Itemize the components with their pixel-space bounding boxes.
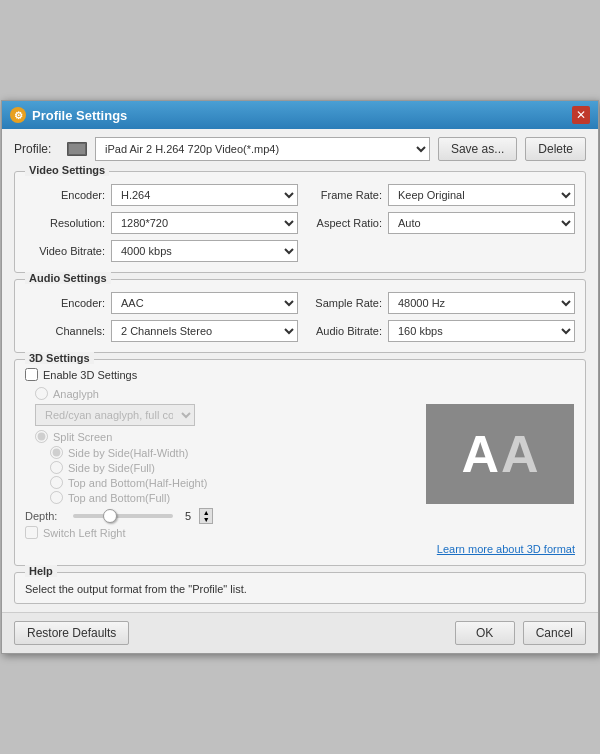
- video-settings-section: Video Settings Encoder: H.264 Resolution…: [14, 171, 586, 273]
- profile-label: Profile:: [14, 142, 59, 156]
- top-bottom-half-row: Top and Bottom(Half-Height): [50, 476, 417, 489]
- anaglyph-label: Anaglyph: [53, 388, 99, 400]
- svg-rect-1: [69, 144, 85, 154]
- depth-spinner[interactable]: ▲ ▼: [199, 508, 213, 524]
- top-bottom-full-label: Top and Bottom(Full): [68, 492, 170, 504]
- title-bar: ⚙ Profile Settings ✕: [2, 101, 598, 129]
- audio-encoder-select[interactable]: AAC: [111, 292, 298, 314]
- help-section: Help Select the output format from the "…: [14, 572, 586, 604]
- enable-3d-checkbox[interactable]: [25, 368, 38, 381]
- learn-more-row: Learn more about 3D format: [25, 543, 575, 555]
- video-settings-grid: Encoder: H.264 Resolution: 1280*720 Vide…: [25, 184, 575, 262]
- frame-rate-select[interactable]: Keep Original: [388, 184, 575, 206]
- frame-rate-label: Frame Rate:: [302, 189, 382, 201]
- audio-right: Sample Rate: 48000 Hz Audio Bitrate: 160…: [302, 292, 575, 342]
- switch-left-right-label: Switch Left Right: [43, 527, 126, 539]
- video-left: Encoder: H.264 Resolution: 1280*720 Vide…: [25, 184, 298, 262]
- depth-value: 5: [185, 510, 191, 522]
- top-bottom-half-radio[interactable]: [50, 476, 63, 489]
- anaglyph-radio[interactable]: [35, 387, 48, 400]
- 3d-settings-title: 3D Settings: [25, 352, 94, 364]
- encoder-select[interactable]: H.264: [111, 184, 298, 206]
- side-by-side-half-row: Side by Side(Half-Width): [50, 446, 417, 459]
- aspect-ratio-row: Aspect Ratio: Auto: [302, 212, 575, 234]
- aa-preview-box: A A: [426, 404, 574, 504]
- 3d-preview: A A: [425, 368, 575, 539]
- depth-slider[interactable]: [73, 514, 173, 518]
- split-screen-label: Split Screen: [53, 431, 112, 443]
- help-text: Select the output format from the "Profi…: [25, 583, 575, 595]
- learn-more-link[interactable]: Learn more about 3D format: [437, 543, 575, 555]
- enable-3d-row: Enable 3D Settings: [25, 368, 417, 381]
- anaglyph-select[interactable]: Red/cyan anaglyph, full color: [35, 404, 195, 426]
- 3d-settings-section: 3D Settings Enable 3D Settings Anaglyph: [14, 359, 586, 566]
- top-bottom-full-radio[interactable]: [50, 491, 63, 504]
- save-as-button[interactable]: Save as...: [438, 137, 517, 161]
- app-icon: ⚙: [10, 107, 26, 123]
- restore-defaults-button[interactable]: Restore Defaults: [14, 621, 129, 645]
- 3d-content: Enable 3D Settings Anaglyph Red/cyan ana…: [25, 368, 575, 539]
- aspect-ratio-select[interactable]: Auto: [388, 212, 575, 234]
- title-bar-left: ⚙ Profile Settings: [10, 107, 127, 123]
- cancel-button[interactable]: Cancel: [523, 621, 586, 645]
- help-title: Help: [25, 565, 57, 577]
- enable-3d-label[interactable]: Enable 3D Settings: [43, 369, 137, 381]
- resolution-select[interactable]: 1280*720: [111, 212, 298, 234]
- profile-select[interactable]: iPad Air 2 H.264 720p Video(*.mp4): [95, 137, 430, 161]
- side-by-side-full-label: Side by Side(Full): [68, 462, 155, 474]
- channels-select[interactable]: 2 Channels Stereo: [111, 320, 298, 342]
- depth-row: Depth: 5 ▲ ▼: [25, 508, 417, 524]
- depth-label: Depth:: [25, 510, 65, 522]
- footer-right: OK Cancel: [455, 621, 586, 645]
- ok-button[interactable]: OK: [455, 621, 515, 645]
- window-title: Profile Settings: [32, 108, 127, 123]
- depth-decrement-button[interactable]: ▼: [200, 516, 212, 523]
- sample-rate-label: Sample Rate:: [302, 297, 382, 309]
- split-screen-row: Split Screen: [35, 430, 417, 443]
- sample-rate-select[interactable]: 48000 Hz: [388, 292, 575, 314]
- switch-left-right-row: Switch Left Right: [25, 526, 417, 539]
- side-by-side-half-radio[interactable]: [50, 446, 63, 459]
- depth-increment-button[interactable]: ▲: [200, 509, 212, 516]
- video-bitrate-label: Video Bitrate:: [25, 245, 105, 257]
- close-button[interactable]: ✕: [572, 106, 590, 124]
- side-by-side-full-radio[interactable]: [50, 461, 63, 474]
- audio-settings-section: Audio Settings Encoder: AAC Channels: 2 …: [14, 279, 586, 353]
- audio-encoder-label: Encoder:: [25, 297, 105, 309]
- 3d-left: Enable 3D Settings Anaglyph Red/cyan ana…: [25, 368, 417, 539]
- aa-preview-left: A: [461, 424, 499, 484]
- audio-bitrate-label: Audio Bitrate:: [302, 325, 382, 337]
- top-bottom-half-label: Top and Bottom(Half-Height): [68, 477, 207, 489]
- video-settings-title: Video Settings: [25, 164, 109, 176]
- audio-settings-title: Audio Settings: [25, 272, 111, 284]
- audio-bitrate-select[interactable]: 160 kbps: [388, 320, 575, 342]
- main-content: Profile: iPad Air 2 H.264 720p Video(*.m…: [2, 129, 598, 612]
- encoder-label: Encoder:: [25, 189, 105, 201]
- side-by-side-half-label: Side by Side(Half-Width): [68, 447, 188, 459]
- profile-row: Profile: iPad Air 2 H.264 720p Video(*.m…: [14, 137, 586, 161]
- depth-slider-thumb[interactable]: [103, 509, 117, 523]
- side-by-side-full-row: Side by Side(Full): [50, 461, 417, 474]
- encoder-row: Encoder: H.264: [25, 184, 298, 206]
- audio-settings-grid: Encoder: AAC Channels: 2 Channels Stereo: [25, 292, 575, 342]
- resolution-label: Resolution:: [25, 217, 105, 229]
- frame-rate-row: Frame Rate: Keep Original: [302, 184, 575, 206]
- switch-left-right-checkbox[interactable]: [25, 526, 38, 539]
- video-right: Frame Rate: Keep Original Aspect Ratio: …: [302, 184, 575, 262]
- delete-button[interactable]: Delete: [525, 137, 586, 161]
- main-window: ⚙ Profile Settings ✕ Profile: iPad Air 2…: [1, 100, 599, 654]
- bottom-bar: Restore Defaults OK Cancel: [2, 612, 598, 653]
- audio-bitrate-row: Audio Bitrate: 160 kbps: [302, 320, 575, 342]
- split-screen-radio[interactable]: [35, 430, 48, 443]
- channels-label: Channels:: [25, 325, 105, 337]
- channels-row: Channels: 2 Channels Stereo: [25, 320, 298, 342]
- audio-left: Encoder: AAC Channels: 2 Channels Stereo: [25, 292, 298, 342]
- anaglyph-row: Anaglyph: [35, 387, 417, 400]
- video-bitrate-row: Video Bitrate: 4000 kbps: [25, 240, 298, 262]
- anaglyph-select-wrap: Red/cyan anaglyph, full color: [35, 404, 417, 426]
- video-bitrate-select[interactable]: 4000 kbps: [111, 240, 298, 262]
- aspect-ratio-label: Aspect Ratio:: [302, 217, 382, 229]
- resolution-row: Resolution: 1280*720: [25, 212, 298, 234]
- sample-rate-row: Sample Rate: 48000 Hz: [302, 292, 575, 314]
- audio-encoder-row: Encoder: AAC: [25, 292, 298, 314]
